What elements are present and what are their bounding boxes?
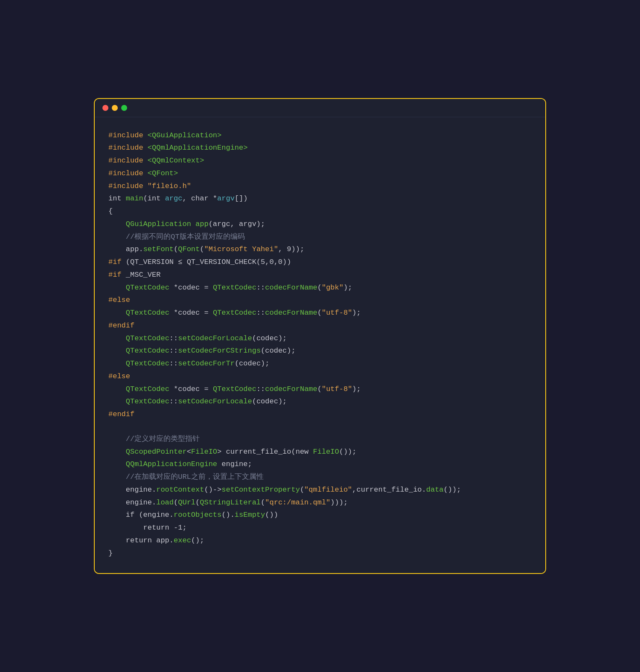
code-line-6: int main(int argc, char *argv[]) bbox=[108, 192, 532, 205]
code-content: #include <QGuiApplication> #include <QQm… bbox=[95, 117, 545, 574]
code-line-30: engine.load(QUrl(QStringLiteral("qrc:/ma… bbox=[108, 496, 532, 509]
code-line-1: #include <QGuiApplication> bbox=[108, 129, 532, 142]
maximize-button[interactable] bbox=[121, 105, 127, 111]
code-line-29: engine.rootContext()->setContextProperty… bbox=[108, 484, 532, 496]
code-line-4: #include <QFont> bbox=[108, 167, 532, 180]
code-line-2: #include <QQmlApplicationEngine> bbox=[108, 142, 532, 154]
close-button[interactable] bbox=[102, 105, 108, 111]
code-line-28: //在加载对应的URL之前，设置上下文属性 bbox=[108, 471, 532, 484]
code-line-11: #if (QT_VERSION ≤ QT_VERSION_CHECK(5,0,0… bbox=[108, 256, 532, 269]
code-line-5: #include "fileio.h" bbox=[108, 180, 532, 193]
code-line-18: QTextCodec::setCodecForCStrings(codec); bbox=[108, 345, 532, 357]
code-editor-window: #include <QGuiApplication> #include <QQm… bbox=[94, 98, 546, 574]
code-line-12: #if _MSC_VER bbox=[108, 269, 532, 281]
code-line-9: //根据不同的QT版本设置对应的编码 bbox=[108, 231, 532, 243]
code-line-31: if (engine.rootObjects().isEmpty()) bbox=[108, 509, 532, 521]
code-line-15: QTextCodec *codec = QTextCodec::codecFor… bbox=[108, 307, 532, 319]
code-line-3: #include <QQmlContext> bbox=[108, 154, 532, 167]
code-line-33: return app.exec(); bbox=[108, 534, 532, 547]
code-line-26: QScopedPointer<FileIO> current_file_io(n… bbox=[108, 446, 532, 458]
code-line-25: //定义对应的类型指针 bbox=[108, 433, 532, 446]
code-line-34: } bbox=[108, 547, 532, 560]
minimize-button[interactable] bbox=[112, 105, 118, 111]
code-line-21: QTextCodec *codec = QTextCodec::codecFor… bbox=[108, 383, 532, 396]
code-line-10: app.setFont(QFont("Microsoft Yahei", 9))… bbox=[108, 243, 532, 256]
code-line-14: #else bbox=[108, 294, 532, 307]
code-line-22: QTextCodec::setCodecForLocale(codec); bbox=[108, 395, 532, 408]
code-line-8: QGuiApplication app(argc, argv); bbox=[108, 218, 532, 231]
empty-line-24 bbox=[108, 421, 532, 433]
code-line-19: QTextCodec::setCodecForTr(codec); bbox=[108, 357, 532, 370]
code-line-32: return -1; bbox=[108, 521, 532, 534]
code-line-20: #else bbox=[108, 370, 532, 383]
code-line-13: QTextCodec *codec = QTextCodec::codecFor… bbox=[108, 281, 532, 294]
titlebar bbox=[95, 99, 545, 117]
code-line-27: QQmlApplicationEngine engine; bbox=[108, 458, 532, 471]
code-line-16: #endif bbox=[108, 319, 532, 332]
code-line-17: QTextCodec::setCodecForLocale(codec); bbox=[108, 332, 532, 345]
code-line-23: #endif bbox=[108, 408, 532, 421]
code-line-7: { bbox=[108, 205, 532, 218]
